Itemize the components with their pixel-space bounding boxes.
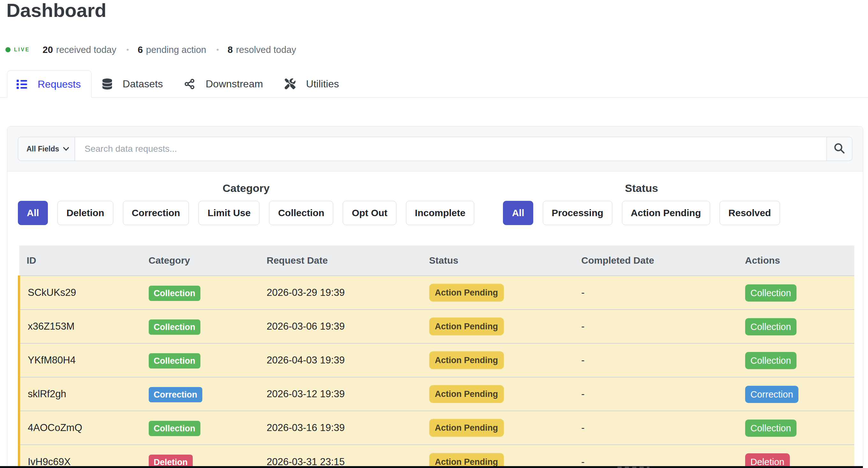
col-actions: Actions [738, 245, 854, 276]
category-badge: Collection [149, 286, 201, 301]
bottom-bar [0, 466, 863, 468]
category-filter-limit-use[interactable]: Limit Use [198, 201, 259, 225]
status-filter-title: Status [503, 182, 780, 195]
row-action-button[interactable]: Collection [745, 318, 797, 335]
cell-id: sklRf2gh [19, 377, 141, 411]
table-row: sklRf2gh Correction 2026-03-12 19:39 Act… [19, 377, 854, 411]
database-icon [102, 78, 112, 90]
list-icon [17, 79, 27, 90]
table-row: 4AOCoZmQ Collection 2026-03-16 19:39 Act… [19, 411, 854, 445]
cell-id: YKfM80H4 [19, 343, 141, 377]
stat-resolved-label: resolved today [236, 45, 296, 55]
category-filter-all[interactable]: All [18, 201, 48, 225]
tab-bar: Requests Datasets Downstream [0, 70, 868, 98]
status-filter-action-pending[interactable]: Action Pending [622, 201, 710, 225]
tab-utilities[interactable]: Utilities [274, 70, 350, 97]
table-row: SCkUKs29 Collection 2026-03-29 19:39 Act… [19, 276, 854, 309]
tab-datasets-label: Datasets [123, 78, 163, 90]
stat-pending-value: 6 [137, 45, 143, 55]
requests-table: ID Category Request Date Status Complete… [18, 245, 854, 468]
row-action-button[interactable]: Correction [745, 386, 799, 403]
category-filter-title: Category [18, 182, 474, 195]
cell-completed-date: - [574, 377, 738, 411]
cell-request-date: 2026-03-31 23:15 [259, 445, 422, 468]
live-indicator-dot [5, 47, 10, 52]
cell-request-date: 2026-03-06 19:39 [259, 309, 422, 343]
status-badge: Action Pending [429, 284, 504, 302]
tab-datasets[interactable]: Datasets [92, 70, 174, 97]
stat-resolved-value: 8 [227, 45, 232, 55]
search-input[interactable] [75, 137, 827, 161]
cell-id: SCkUKs29 [19, 276, 141, 309]
cell-request-date: 2026-03-16 19:39 [259, 411, 422, 445]
category-filter-opt-out[interactable]: Opt Out [343, 201, 396, 225]
status-filter-processing[interactable]: Processing [543, 201, 612, 225]
filters-section: Category All Deletion Correction Limit U… [18, 182, 852, 225]
tab-utilities-label: Utilities [306, 78, 339, 90]
cell-completed-date: - [574, 343, 738, 377]
category-filter-deletion[interactable]: Deletion [57, 201, 113, 225]
stat-received: 20received today [43, 45, 117, 55]
cell-completed-date: - [574, 411, 738, 445]
panel-body: Category All Deletion Correction Limit U… [7, 171, 863, 468]
table-row: x36Z153M Collection 2026-03-06 19:39 Act… [19, 309, 854, 343]
row-action-button[interactable]: Collection [745, 352, 797, 369]
category-filter-correction[interactable]: Correction [123, 201, 189, 225]
status-badge: Action Pending [429, 317, 504, 335]
page-title: Dashboard [0, 0, 868, 21]
row-action-button[interactable]: Collection [745, 420, 797, 437]
search-button[interactable] [827, 137, 852, 161]
tab-downstream-label: Downstream [206, 78, 263, 90]
category-badge: Collection [149, 320, 201, 335]
search-field-selector-label: All Fields [27, 145, 59, 153]
table-row: YKfM80H4 Collection 2026-04-03 19:39 Act… [19, 343, 854, 377]
live-label: LIVE [14, 47, 30, 53]
category-badge: Correction [149, 387, 203, 402]
requests-panel: All Fields Category [7, 126, 863, 468]
tab-downstream[interactable]: Downstream [174, 70, 274, 97]
search-field-selector[interactable]: All Fields [18, 137, 75, 161]
cell-id: x36Z153M [19, 309, 141, 343]
status-filter-group: Status All Processing Action Pending Res… [503, 182, 780, 225]
stat-received-value: 20 [43, 45, 53, 55]
tools-icon [285, 78, 296, 89]
col-completed-date: Completed Date [574, 245, 738, 276]
tab-requests-label: Requests [38, 78, 81, 90]
cell-id: 4AOCoZmQ [19, 411, 141, 445]
status-filter-buttons: All Processing Action Pending Resolved [503, 201, 780, 225]
col-request-date: Request Date [259, 245, 422, 276]
chevron-down-icon [62, 145, 70, 153]
stat-received-label: received today [56, 45, 117, 55]
cell-id: IvH9c69X [19, 445, 141, 468]
col-id: ID [19, 245, 141, 276]
status-filter-resolved[interactable]: Resolved [720, 201, 780, 225]
category-filter-collection[interactable]: Collection [269, 201, 333, 225]
stat-separator-dot [127, 49, 129, 51]
stat-resolved: 8resolved today [227, 45, 296, 55]
search-input-group: All Fields [18, 137, 852, 161]
status-badge: Action Pending [429, 351, 504, 369]
live-stats-row: LIVE 20received today 6pending action 8r… [5, 44, 868, 55]
cell-completed-date: - [574, 445, 738, 468]
tab-requests[interactable]: Requests [7, 70, 92, 98]
share-nodes-icon [184, 79, 195, 89]
table-header-row: ID Category Request Date Status Complete… [19, 245, 854, 276]
category-badge: Collection [149, 353, 201, 369]
status-badge: Action Pending [429, 385, 504, 403]
stat-pending: 6pending action [137, 45, 206, 55]
stat-separator-dot [217, 49, 219, 51]
col-status: Status [422, 245, 574, 276]
cell-request-date: 2026-03-12 19:39 [259, 377, 422, 411]
status-filter-all[interactable]: All [503, 201, 533, 225]
col-category: Category [141, 245, 259, 276]
cell-completed-date: - [574, 309, 738, 343]
status-badge: Action Pending [429, 453, 504, 468]
category-filter-group: Category All Deletion Correction Limit U… [18, 182, 474, 225]
category-badge: Collection [149, 421, 201, 436]
status-badge: Action Pending [429, 419, 504, 437]
cell-completed-date: - [574, 276, 738, 309]
row-action-button[interactable]: Collection [745, 285, 797, 302]
category-filter-incomplete[interactable]: Incomplete [406, 201, 474, 225]
category-filter-buttons: All Deletion Correction Limit Use Collec… [18, 201, 474, 225]
table-row: IvH9c69X Deletion 2026-03-31 23:15 Actio… [19, 445, 854, 468]
